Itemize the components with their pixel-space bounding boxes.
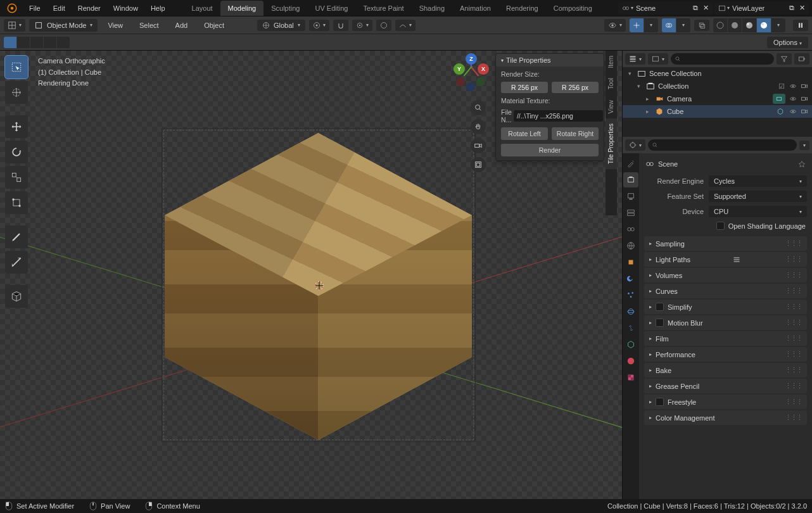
render-panel-volumes[interactable]: ▸Volumes⋮⋮⋮ <box>644 268 807 282</box>
properties-options-icon[interactable]: ▾ <box>799 141 809 150</box>
ntab-tool[interactable]: Tool <box>606 73 617 94</box>
render-panel-motion-blur[interactable]: ▸Motion Blur⋮⋮⋮ <box>644 315 807 330</box>
scene-name-input[interactable] <box>633 4 690 12</box>
persp-ortho-icon[interactable] <box>471 157 486 172</box>
ntab-tileprops[interactable]: Tile Properties <box>606 118 617 169</box>
outliner-collection[interactable]: ▾ Collection ☑ <box>623 80 812 92</box>
grip-icon[interactable]: ⋮⋮⋮ <box>785 366 802 374</box>
feature-set-dropdown[interactable]: Supported▾ <box>709 191 807 202</box>
proptab-object-icon[interactable] <box>623 255 638 270</box>
collection-render-icon[interactable] <box>799 81 809 91</box>
menu-window[interactable]: Window <box>107 2 144 15</box>
workspace-sculpting[interactable]: Sculpting <box>263 1 307 16</box>
render-panel-sampling[interactable]: ▸Sampling⋮⋮⋮ <box>644 236 807 251</box>
proptab-texture-icon[interactable] <box>623 370 638 385</box>
tool-scale[interactable] <box>5 166 28 189</box>
grip-icon[interactable]: ⋮⋮⋮ <box>785 303 802 311</box>
render-panel-film[interactable]: ▸Film⋮⋮⋮ <box>644 331 807 346</box>
scene-delete-icon[interactable]: ✕ <box>701 3 711 13</box>
panel-checkbox[interactable] <box>656 319 664 327</box>
render-panel-curves[interactable]: ▸Curves⋮⋮⋮ <box>644 284 807 298</box>
viewlayer-name-input[interactable] <box>730 4 787 12</box>
editor-type-dropdown[interactable]: ▾ <box>4 19 25 32</box>
menu-file[interactable]: File <box>23 2 47 15</box>
render-button[interactable]: Render <box>501 144 599 156</box>
proptab-tool-icon[interactable] <box>623 156 638 171</box>
outliner-filter-icon[interactable] <box>777 53 792 65</box>
device-dropdown[interactable]: CPU▾ <box>709 206 807 217</box>
grip-icon[interactable]: ⋮⋮⋮ <box>785 319 802 327</box>
tool-transform[interactable] <box>5 191 28 214</box>
workspace-shading[interactable]: Shading <box>412 1 452 16</box>
proptab-material-icon[interactable] <box>623 353 638 369</box>
collection-exclude-checkbox[interactable]: ☑ <box>777 81 787 91</box>
proptab-data-icon[interactable] <box>623 337 638 352</box>
snap-toggle[interactable] <box>333 20 348 31</box>
cube-render-icon[interactable] <box>799 106 809 117</box>
render-panel-freestyle[interactable]: ▸Freestyle⋮⋮⋮ <box>644 395 807 409</box>
menu-edit[interactable]: Edit <box>47 2 72 15</box>
proptab-world-icon[interactable] <box>623 238 638 253</box>
grip-icon[interactable]: ⋮⋮⋮ <box>785 350 802 358</box>
scene-browse-icon[interactable] <box>621 3 631 13</box>
render-panel-light-paths[interactable]: ▸Light Paths⋮⋮⋮ <box>644 252 807 267</box>
proptab-constraint-icon[interactable] <box>623 320 638 336</box>
render-size-x[interactable]: R 256 px <box>501 82 548 93</box>
proptab-output-icon[interactable] <box>623 189 638 204</box>
cube-material-icon[interactable] <box>775 106 785 117</box>
workspace-modeling[interactable]: Modeling <box>220 1 264 16</box>
panel-checkbox[interactable] <box>656 303 664 311</box>
proptab-physics-icon[interactable] <box>623 304 638 319</box>
tool-cursor[interactable] <box>5 81 28 104</box>
select-mode-invert[interactable] <box>57 37 70 48</box>
panel-checkbox[interactable] <box>656 398 664 406</box>
workspace-layout[interactable]: Layout <box>184 1 220 16</box>
menu-add[interactable]: Add <box>169 19 194 32</box>
ntab-view[interactable]: View <box>606 95 617 119</box>
viewlayer-new-icon[interactable]: ⧉ <box>787 3 797 13</box>
3d-viewport[interactable]: Camera Orthographic (1) Collection | Cub… <box>0 51 622 499</box>
pause-render-icon[interactable] <box>793 20 808 31</box>
render-panel-grease-pencil[interactable]: ▸Grease Pencil⋮⋮⋮ <box>644 379 807 393</box>
viewlayer-icon[interactable] <box>717 3 727 13</box>
grip-icon[interactable]: ⋮⋮⋮ <box>785 271 802 279</box>
tool-add-cube[interactable] <box>5 285 28 308</box>
ntab-item[interactable]: Item <box>606 51 617 73</box>
outliner-search[interactable] <box>671 53 774 65</box>
outliner-scene-collection[interactable]: ▾ Scene Collection <box>623 67 812 80</box>
outliner-item-camera[interactable]: ▸ Camera <box>623 92 812 105</box>
properties-editor-dropdown[interactable]: ▾ <box>625 139 645 151</box>
shading-wireframe[interactable] <box>713 18 727 32</box>
visibility-dropdown[interactable]: ▾ <box>604 19 626 32</box>
tool-select-box[interactable] <box>5 56 28 79</box>
cube-visibility-icon[interactable] <box>788 106 798 117</box>
workspace-animation[interactable]: Animation <box>452 1 498 16</box>
scene-selector[interactable]: ▾ ⧉ ✕ <box>618 2 713 15</box>
scene-new-icon[interactable]: ⧉ <box>690 3 701 13</box>
camera-view-icon[interactable] <box>471 138 486 153</box>
proptab-render-icon[interactable] <box>623 172 638 187</box>
proptab-viewlayer-icon[interactable] <box>623 205 638 220</box>
outliner-new-collection-icon[interactable] <box>794 53 809 65</box>
select-mode-box[interactable] <box>17 37 30 48</box>
render-panel-color-management[interactable]: ▸Color Management⋮⋮⋮ <box>644 410 807 425</box>
tool-move[interactable] <box>5 115 28 138</box>
workspace-texturepaint[interactable]: Texture Paint <box>355 1 411 16</box>
tool-measure[interactable] <box>5 251 28 274</box>
select-mode-circle[interactable] <box>30 37 43 48</box>
gizmo-dropdown[interactable]: ▾ <box>644 18 658 32</box>
workspace-uvediting[interactable]: UV Editing <box>307 1 355 16</box>
render-panel-performance[interactable]: ▸Performance⋮⋮⋮ <box>644 347 807 362</box>
menu-select[interactable]: Select <box>133 19 165 32</box>
xray-toggle[interactable] <box>694 20 709 31</box>
grip-icon[interactable]: ⋮⋮⋮ <box>785 414 802 422</box>
grip-icon[interactable]: ⋮⋮⋮ <box>785 398 802 406</box>
nav-gizmo[interactable]: Z X Y <box>454 56 489 91</box>
outliner-editor-dropdown[interactable]: ▾ <box>625 53 645 65</box>
proptab-scene-icon[interactable] <box>623 222 638 237</box>
viewlayer-selector[interactable]: ▾ ⧉ ✕ <box>714 2 809 15</box>
render-engine-dropdown[interactable]: Cycles▾ <box>709 175 807 187</box>
outliner-display-dropdown[interactable]: ▾ <box>648 53 668 65</box>
viewlayer-delete-icon[interactable]: ✕ <box>797 3 807 13</box>
grip-icon[interactable]: ⋮⋮⋮ <box>785 239 802 248</box>
